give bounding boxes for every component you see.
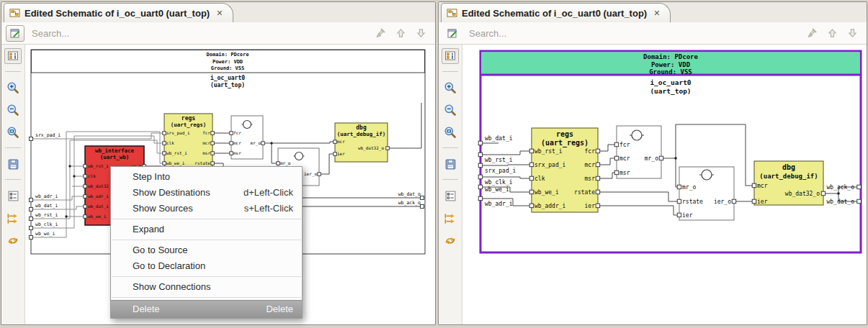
pin [478, 152, 483, 157]
schematic-properties-button[interactable] [442, 48, 459, 64]
search-input[interactable] [467, 27, 800, 40]
clear-highlight-icon[interactable] [806, 27, 818, 39]
port-label: mcr [619, 155, 630, 162]
filter-edit-button[interactable] [443, 25, 462, 42]
wire [598, 145, 617, 151]
wire [676, 158, 679, 187]
trace-signals-button[interactable] [4, 210, 22, 226]
trace-signals-button[interactable] [442, 210, 459, 226]
trace-signals-icon [6, 212, 19, 224]
pin [421, 196, 424, 200]
zoom-fit-button[interactable] [4, 124, 22, 140]
right-editor-pane: Edited Schematic of i_oc_uart0 (uart_top… [438, 1, 867, 325]
block-module: (uart_regs) [171, 122, 207, 128]
pin [529, 204, 534, 208]
menu-item-expand[interactable]: Expand [111, 222, 302, 237]
save-icon [444, 158, 457, 170]
next-arrow-icon[interactable] [847, 27, 858, 39]
trace-signals-icon [444, 212, 457, 224]
tab-title: Edited Schematic of i_oc_uart0 (uart_top… [24, 8, 210, 19]
zoom-fit-button[interactable] [442, 124, 459, 140]
block-title: dbg [356, 124, 367, 131]
port-label: wb_adr_i [88, 193, 109, 199]
schematic-properties-button[interactable] [4, 48, 22, 64]
toolbar-separator [5, 179, 21, 180]
menu-item-delete[interactable]: Delete Delete [111, 300, 302, 318]
zoom-out-button[interactable] [4, 102, 22, 118]
zoom-fit-icon [444, 126, 457, 139]
pin [421, 205, 424, 209]
pin [84, 215, 87, 219]
port-label: mr_o [280, 160, 291, 166]
port-label: msr [619, 170, 630, 176]
pin [529, 149, 534, 153]
search-actions [806, 27, 858, 39]
right-schematic-svg[interactable]: Domain: PDcore Power: VDD Ground: VSS i_… [462, 45, 867, 324]
pin [334, 152, 337, 156]
pin [386, 147, 390, 150]
swap-arrows-button[interactable] [4, 232, 22, 248]
tab-edited-schematic[interactable]: Edited Schematic of i_oc_uart0 (uart_top… [4, 3, 233, 22]
port-label: fcr [202, 130, 210, 135]
wire [480, 151, 532, 155]
save-icon [7, 158, 19, 170]
wire [598, 206, 679, 215]
pin [30, 227, 33, 230]
menu-item-go-to-source[interactable]: Go to Source [111, 242, 302, 258]
menu-item-show-connections[interactable]: Show Connections [111, 279, 302, 295]
menu-separator [112, 219, 301, 219]
pin [614, 170, 619, 175]
pin [529, 190, 534, 194]
ext-port-label: wb_adr_i [35, 193, 58, 199]
display-options-button[interactable] [442, 188, 459, 204]
save-button[interactable] [442, 156, 459, 172]
pin [478, 163, 483, 168]
ext-port-label: wb_dat_i [485, 135, 513, 142]
ext-port-label: wb_rst_i [35, 212, 58, 218]
tab-bar: Edited Schematic of i_oc_uart0 (uart_top… [1, 2, 435, 23]
instance-name: i_oc_uart0 [650, 78, 691, 86]
zoom-in-button[interactable] [4, 80, 22, 96]
schematic-canvas-right[interactable]: Domain: PDcore Power: VDD Ground: VSS i_… [462, 45, 867, 324]
wire-junction [73, 175, 75, 177]
block-module: (uart_debug_if) [337, 131, 386, 137]
clear-highlight-icon[interactable] [375, 27, 386, 39]
pin [318, 173, 321, 176]
tab-edited-schematic[interactable]: Edited Schematic of i_oc_uart0 (uart_top… [441, 3, 671, 22]
save-button[interactable] [4, 156, 22, 172]
display-options-button[interactable] [4, 188, 22, 204]
next-arrow-icon[interactable] [416, 27, 426, 39]
menu-item-go-to-declaration[interactable]: Go to Declaration [111, 258, 302, 274]
wire [480, 165, 532, 165]
menu-item-show-destinations[interactable]: Show Destinations d+Left-Click [111, 185, 302, 201]
filter-edit-button[interactable] [6, 25, 24, 42]
pin [596, 190, 600, 194]
previous-arrow-icon[interactable] [395, 27, 406, 39]
port-label: wb_rst_i [534, 148, 563, 155]
pin [614, 156, 619, 160]
tab-close-icon[interactable]: ✕ [216, 9, 223, 18]
port-label: mcr [585, 162, 596, 168]
menu-item-label: Delete [133, 301, 266, 318]
block-title: dbg [782, 163, 795, 171]
zoom-in-button[interactable] [442, 80, 459, 96]
search-input[interactable] [30, 27, 369, 40]
tab-close-icon[interactable]: ✕ [653, 9, 660, 18]
menu-item-show-sources[interactable]: Show Sources s+Left-Click [111, 201, 302, 217]
toolbar-separator [442, 147, 458, 148]
tab-bar: Edited Schematic of i_oc_uart0 (uart_top… [439, 2, 867, 23]
port-label: wb_dat32_o [785, 191, 820, 197]
zoom-out-button[interactable] [442, 102, 459, 118]
pin [84, 165, 87, 168]
port-label: mr_o [645, 155, 658, 162]
port-label: clk [88, 173, 96, 178]
previous-arrow-icon[interactable] [827, 27, 838, 39]
menu-item-step-into[interactable]: Step Into [111, 169, 302, 185]
port-label: mcr [757, 183, 768, 189]
pin [211, 142, 215, 145]
pin [677, 199, 681, 204]
pin [857, 199, 862, 204]
swap-arrows-button[interactable] [442, 232, 459, 248]
ext-port-label: wb_rst_i [485, 157, 513, 163]
port-label: wb_we_i [88, 214, 107, 219]
